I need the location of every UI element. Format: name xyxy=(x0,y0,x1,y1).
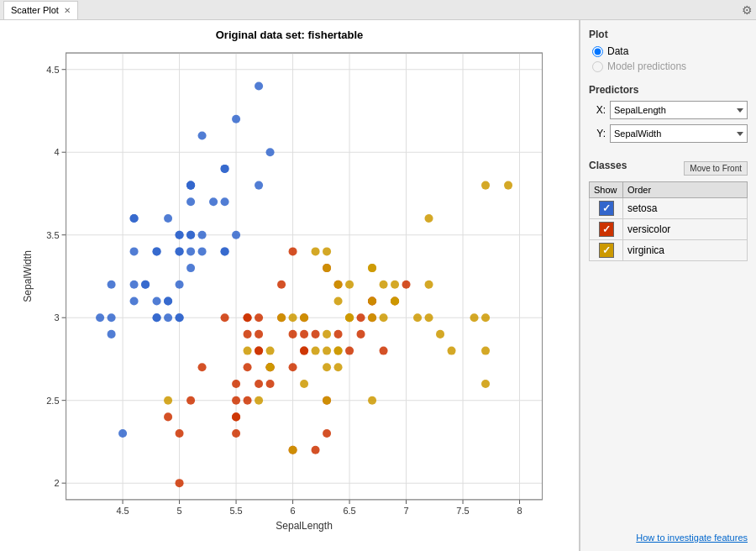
svg-point-186 xyxy=(368,296,376,305)
svg-point-154 xyxy=(368,396,376,405)
class-checkbox-virginica[interactable]: ✓ xyxy=(599,243,614,258)
svg-point-180 xyxy=(300,380,308,388)
svg-point-99 xyxy=(232,429,240,438)
class-show-cell[interactable]: ✓ xyxy=(590,240,623,261)
data-radio-item[interactable]: Data xyxy=(592,45,748,57)
svg-point-47 xyxy=(164,313,172,322)
svg-point-84 xyxy=(164,214,172,223)
svg-point-135 xyxy=(232,396,240,405)
svg-point-120 xyxy=(334,330,343,338)
classes-title: Classes xyxy=(589,160,627,171)
tab-close-button[interactable]: ✕ xyxy=(64,6,71,15)
svg-point-138 xyxy=(266,380,275,388)
svg-point-79 xyxy=(198,132,207,140)
svg-point-62 xyxy=(255,81,263,90)
svg-point-160 xyxy=(266,347,275,355)
right-panel: Plot Data Model predictions Predictors X… xyxy=(580,20,756,551)
svg-point-194 xyxy=(312,247,320,255)
svg-point-75 xyxy=(198,247,207,255)
svg-point-110 xyxy=(244,330,252,338)
svg-text:5.5: 5.5 xyxy=(229,506,242,516)
svg-point-168 xyxy=(481,347,490,355)
svg-point-183 xyxy=(334,296,343,305)
y-predictor-label: Y: xyxy=(589,128,606,139)
svg-point-114 xyxy=(312,446,320,454)
x-predictor-select[interactable]: SepalLengthSepalWidthPetalLengthPetalWid… xyxy=(610,101,748,119)
svg-point-136 xyxy=(232,380,240,388)
svg-text:2: 2 xyxy=(54,478,59,488)
svg-point-76 xyxy=(141,281,150,289)
svg-point-100 xyxy=(345,347,354,355)
svg-point-158 xyxy=(380,313,388,322)
svg-point-175 xyxy=(425,313,433,322)
svg-point-192 xyxy=(323,396,331,405)
svg-point-156 xyxy=(345,281,354,289)
svg-point-80 xyxy=(232,115,240,123)
class-checkbox-versicolor[interactable]: ✓ xyxy=(599,222,614,237)
svg-point-179 xyxy=(323,347,331,355)
svg-text:7.5: 7.5 xyxy=(456,506,469,516)
svg-point-50 xyxy=(130,247,139,255)
predictors-title: Predictors xyxy=(589,84,748,96)
svg-point-131 xyxy=(289,247,297,255)
plot-radio-group: Data Model predictions xyxy=(592,45,748,72)
svg-point-116 xyxy=(277,281,286,289)
svg-point-178 xyxy=(334,347,343,355)
svg-text:2.5: 2.5 xyxy=(46,396,59,406)
svg-point-89 xyxy=(108,281,116,289)
svg-text:4.5: 4.5 xyxy=(46,65,59,75)
svg-point-57 xyxy=(221,197,229,206)
model-radio xyxy=(592,61,603,72)
svg-point-104 xyxy=(357,330,365,338)
class-show-cell[interactable]: ✓ xyxy=(590,198,623,219)
data-radio-label: Data xyxy=(607,45,628,57)
class-row: ✓virginica xyxy=(590,240,748,261)
order-column-header: Order xyxy=(623,182,748,198)
tab-label: Scatter Plot xyxy=(11,5,59,15)
model-radio-item[interactable]: Model predictions xyxy=(592,60,748,72)
svg-point-177 xyxy=(504,181,512,190)
svg-point-171 xyxy=(425,281,433,289)
svg-point-77 xyxy=(153,296,161,305)
svg-point-124 xyxy=(289,330,297,338)
svg-point-119 xyxy=(300,347,308,355)
x-predictor-row: X: SepalLengthSepalWidthPetalLengthPetal… xyxy=(589,101,748,119)
svg-point-46 xyxy=(130,296,139,305)
y-predictor-select[interactable]: SepalLengthSepalWidthPetalLengthPetalWid… xyxy=(610,124,748,143)
svg-point-82 xyxy=(176,281,184,289)
class-show-cell[interactable]: ✓ xyxy=(590,219,623,240)
gear-icon[interactable]: ⚙ xyxy=(742,3,753,17)
class-name-virginica: virginica xyxy=(623,240,748,261)
move-to-front-button[interactable]: Move to Front xyxy=(684,161,748,176)
svg-point-145 xyxy=(255,347,263,355)
svg-text:8: 8 xyxy=(517,506,522,516)
data-radio[interactable] xyxy=(592,46,603,57)
svg-point-64 xyxy=(186,231,195,239)
svg-point-141 xyxy=(255,313,263,322)
howto-link[interactable]: How to investigate features xyxy=(589,529,748,543)
svg-point-143 xyxy=(312,330,320,338)
scatter-plot-tab[interactable]: Scatter Plot ✕ xyxy=(3,1,78,19)
svg-point-129 xyxy=(289,363,297,371)
svg-point-55 xyxy=(108,330,116,338)
svg-point-164 xyxy=(481,380,490,388)
show-column-header: Show xyxy=(590,182,623,198)
svg-point-85 xyxy=(108,313,116,322)
svg-point-72 xyxy=(176,313,184,322)
svg-point-65 xyxy=(255,181,263,190)
svg-point-60 xyxy=(96,313,104,322)
svg-point-144 xyxy=(186,396,195,405)
svg-text:6.5: 6.5 xyxy=(343,506,355,516)
plot-section: Plot Data Model predictions xyxy=(589,29,748,72)
class-checkbox-setosa[interactable]: ✓ xyxy=(599,201,614,216)
svg-point-182 xyxy=(323,247,331,255)
svg-point-61 xyxy=(266,148,275,156)
svg-point-127 xyxy=(232,412,240,421)
svg-point-163 xyxy=(481,181,490,190)
svg-point-90 xyxy=(176,231,184,239)
svg-point-166 xyxy=(391,281,399,289)
svg-point-142 xyxy=(255,330,263,338)
predictors-section: Predictors X: SepalLengthSepalWidthPetal… xyxy=(589,84,748,148)
svg-point-125 xyxy=(255,380,263,388)
scatter-plot-svg: 4.555.566.577.5822.533.544.5SepalLengthS… xyxy=(8,45,570,533)
